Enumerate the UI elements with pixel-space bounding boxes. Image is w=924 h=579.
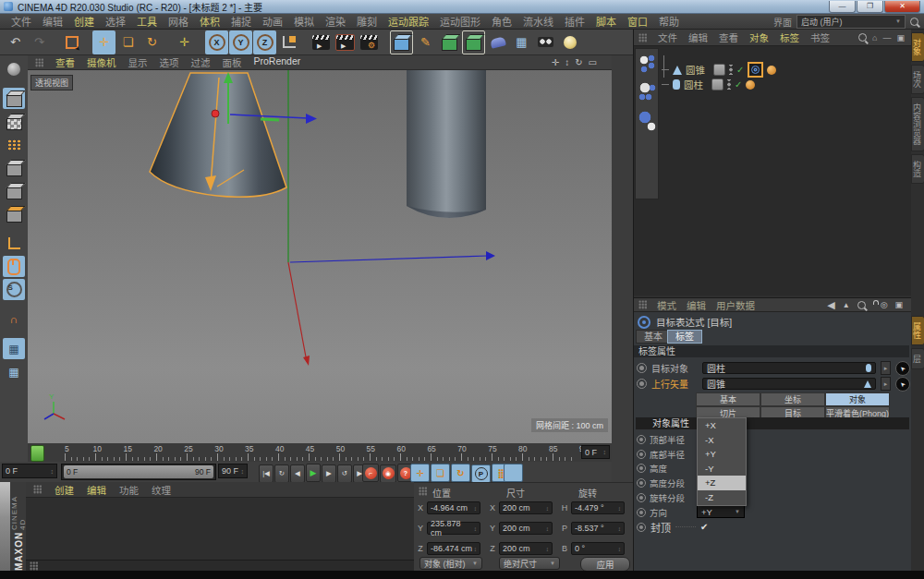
lock-z-button[interactable]: Z xyxy=(253,30,276,54)
orientation-value-field[interactable]: +Y▼ xyxy=(697,505,745,518)
magnet-snap-button[interactable]: ∩ xyxy=(3,308,25,330)
render-picture-viewer-button[interactable] xyxy=(334,30,357,54)
display-tag[interactable] xyxy=(713,64,725,76)
phong-tag[interactable] xyxy=(767,66,776,75)
scale-button[interactable]: ❏ xyxy=(116,30,140,54)
expand-button[interactable]: ▸ xyxy=(881,377,891,391)
panel-grip-icon[interactable] xyxy=(33,485,42,494)
visibility-dots[interactable] xyxy=(729,65,733,75)
live-selection-button[interactable] xyxy=(60,30,83,54)
vp-menu-view[interactable]: 查看 xyxy=(55,55,75,69)
render-view-button[interactable] xyxy=(310,30,333,54)
model-mode-button[interactable] xyxy=(3,88,25,109)
viewport[interactable]: 透视视图 xyxy=(28,70,612,443)
menu-pipeline[interactable]: 流水线 xyxy=(517,14,559,29)
vp-menu-prorender[interactable]: ProRender xyxy=(254,55,301,69)
status-grip-icon[interactable] xyxy=(30,561,38,571)
prev-frame-button[interactable]: ◀ xyxy=(290,464,305,483)
dropdown-item[interactable]: +Y xyxy=(698,447,746,462)
sphere-cluster-icon[interactable] xyxy=(638,52,656,78)
workplane-lock-button[interactable]: ▦ xyxy=(3,338,25,359)
tab-layers[interactable]: 层 xyxy=(911,348,924,369)
axis-mode-button[interactable] xyxy=(3,233,25,254)
move-gizmo[interactable] xyxy=(212,72,317,124)
key-parameter-button[interactable]: P xyxy=(471,464,491,483)
display-tag[interactable] xyxy=(711,78,723,90)
size-x-field[interactable]: 200 cm↕ xyxy=(499,501,553,514)
playhead[interactable] xyxy=(30,445,44,462)
menu-character[interactable]: 角色 xyxy=(486,14,517,29)
menu-simulate[interactable]: 模拟 xyxy=(288,14,320,29)
menu-snap[interactable]: 捕捉 xyxy=(225,14,257,29)
om-menu-bookmarks[interactable]: 书签 xyxy=(810,30,830,44)
menu-mograph[interactable]: 运动图形 xyxy=(434,14,486,29)
panel-grip-icon[interactable] xyxy=(419,487,427,496)
rotation-p-field[interactable]: -8.537 °↕ xyxy=(571,522,625,535)
generators-button[interactable] xyxy=(438,30,461,54)
filter-icon[interactable]: ⌂ xyxy=(872,33,877,42)
mat-menu-texture[interactable]: 纹理 xyxy=(152,483,171,497)
parameter-icon[interactable] xyxy=(637,464,646,473)
parameter-icon[interactable] xyxy=(637,493,646,502)
menu-select[interactable]: 选择 xyxy=(100,14,131,29)
panel-grip-icon[interactable] xyxy=(35,58,43,67)
spline-pen-button[interactable]: ✎ xyxy=(414,30,437,54)
autokey-button[interactable]: ◉ xyxy=(380,464,396,483)
am-menu-userdata[interactable]: 用户数据 xyxy=(716,298,755,312)
am-tab-basic[interactable]: 基本 xyxy=(636,330,671,344)
object-manager[interactable]: 圆锥 ✓ 圆柱 ✓ xyxy=(634,46,911,296)
zoom-view-icon[interactable]: ↕ xyxy=(565,57,569,67)
position-z-field[interactable]: -86.474 cm↕ xyxy=(427,542,480,555)
rotate-view-icon[interactable]: ↻ xyxy=(575,57,582,67)
parameter-icon[interactable] xyxy=(637,363,647,373)
am-tab-tag[interactable]: 标签 xyxy=(667,330,702,344)
tab-object[interactable]: 对象 xyxy=(825,392,890,406)
target-expression-tag[interactable] xyxy=(748,62,763,78)
points-mode-button[interactable] xyxy=(3,134,25,155)
mat-menu-function[interactable]: 功能 xyxy=(119,483,139,497)
om-menu-view[interactable]: 查看 xyxy=(719,30,738,44)
search-icon[interactable] xyxy=(910,18,918,26)
rotate-button[interactable]: ↻ xyxy=(140,30,164,54)
cylinder-object[interactable] xyxy=(407,70,486,218)
tab-objects[interactable]: 对象 xyxy=(911,32,924,62)
dropdown-item[interactable]: -X xyxy=(698,433,746,448)
object-name[interactable]: 圆柱 xyxy=(684,78,708,91)
menu-help[interactable]: 帮助 xyxy=(653,14,685,29)
pan-view-icon[interactable]: ✛ xyxy=(552,57,559,67)
parameter-icon[interactable] xyxy=(637,478,646,488)
parameter-icon[interactable] xyxy=(637,523,646,532)
timeline-film-button[interactable] xyxy=(504,464,523,482)
timeline-ruler[interactable]: 51015202530354045505560657075808590 0 F↕ xyxy=(28,443,612,463)
layout-select[interactable]: 启动 (用户)▼ xyxy=(796,15,906,29)
menu-motion-tracker[interactable]: 运动跟踪 xyxy=(383,14,434,29)
lock-x-button[interactable]: X xyxy=(205,30,228,54)
texture-mode-button[interactable] xyxy=(3,111,25,132)
size-z-field[interactable]: 200 cm↕ xyxy=(499,542,553,555)
next-frame-button[interactable]: ▶ xyxy=(322,464,336,483)
restore-button[interactable]: ❐ xyxy=(857,1,883,13)
panel-grip-icon[interactable] xyxy=(638,300,647,309)
mat-menu-edit[interactable]: 编辑 xyxy=(87,483,106,497)
new-panel-icon[interactable]: ▣ xyxy=(894,300,903,309)
menu-window[interactable]: 窗口 xyxy=(622,14,653,29)
search-icon[interactable] xyxy=(857,301,866,309)
minimize-panel-icon[interactable]: — xyxy=(882,33,891,42)
environment-button[interactable]: ▦ xyxy=(510,30,533,54)
vp-menu-panel[interactable]: 面板 xyxy=(223,55,242,69)
maximize-panel-icon[interactable]: ▣ xyxy=(896,33,905,42)
workplane-button[interactable]: ▦ xyxy=(3,361,25,382)
parameter-icon[interactable] xyxy=(637,508,646,517)
object-name[interactable]: 圆锥 xyxy=(686,63,710,77)
minimize-button[interactable]: — xyxy=(829,1,856,13)
repeat-button[interactable]: ↺ xyxy=(337,464,352,483)
menu-mesh[interactable]: 网格 xyxy=(163,14,194,29)
render-settings-button[interactable] xyxy=(358,30,381,54)
tab-structure[interactable]: 构造 xyxy=(911,154,924,184)
menu-volume[interactable]: 体积 xyxy=(194,14,225,29)
parameter-icon[interactable] xyxy=(637,379,647,389)
current-frame-field[interactable]: 0 F↕ xyxy=(2,464,57,478)
toggle-view-icon[interactable]: ▭ xyxy=(589,57,597,67)
ruler-frame-field[interactable]: 0 F↕ xyxy=(581,445,610,459)
visibility-dots[interactable] xyxy=(727,79,731,90)
